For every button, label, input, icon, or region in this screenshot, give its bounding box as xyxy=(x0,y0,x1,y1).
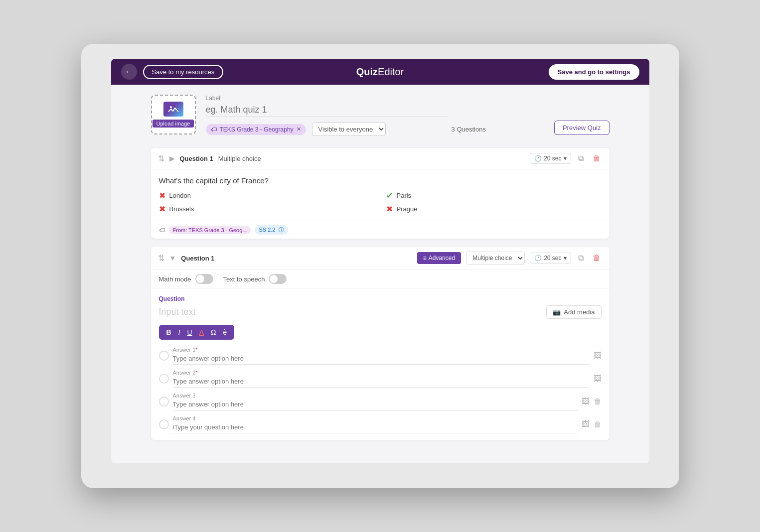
q2-answer-2-row: Answer 2* 🖼 xyxy=(159,370,602,388)
question-card-2: ⇅ ▼ Question 1 ≡ Advanced Multiple choic… xyxy=(151,247,609,440)
q2-answer-3-label: Answer 3 xyxy=(173,393,578,399)
q2-answer-4-check[interactable] xyxy=(159,419,169,429)
image-placeholder-icon xyxy=(163,102,183,117)
app-header: ← Save to my resources QuizEditor Save a… xyxy=(111,59,649,85)
q1-answer-4-text: Prague xyxy=(397,205,418,213)
q2-move-icon[interactable]: ⇅ xyxy=(158,254,164,263)
tts-toggle-item: Text to speech xyxy=(223,274,287,284)
q2-collapse-icon[interactable]: ▼ xyxy=(169,254,176,262)
time-chevron: ▾ xyxy=(564,155,567,162)
omega-button[interactable]: Ω xyxy=(208,327,218,337)
q2-answer-3-image-button[interactable]: 🖼 xyxy=(582,397,590,406)
q1-body: What's the capital city of France? ✖ Lon… xyxy=(151,169,609,221)
visibility-select[interactable]: Visible to everyone Private Shared xyxy=(312,123,386,136)
advanced-label: Advanced xyxy=(429,255,455,262)
preview-quiz-button[interactable]: Preview Quiz xyxy=(554,121,609,135)
q1-type: Multiple choice xyxy=(218,155,261,162)
q2-time-badge[interactable]: 🕐 20 sec ▾ xyxy=(530,253,571,264)
save-resources-button[interactable]: Save to my resources xyxy=(143,65,224,79)
q2-answer-2-image-button[interactable]: 🖼 xyxy=(594,374,602,383)
q1-ss-text: SS 2.2 xyxy=(259,227,275,233)
q2-answer-4-input[interactable] xyxy=(173,421,578,433)
q2-answer-3-row: Answer 3 🖼 🗑 xyxy=(159,393,602,410)
q2-toggles-row: Math mode Text to speech xyxy=(151,270,609,288)
upload-image-box[interactable]: Upload image xyxy=(151,95,196,134)
laptop-frame: ← Save to my resources QuizEditor Save a… xyxy=(81,44,679,488)
math-mode-label: Math mode xyxy=(159,275,191,283)
math-mode-toggle[interactable] xyxy=(195,274,213,284)
screen: ← Save to my resources QuizEditor Save a… xyxy=(111,59,649,463)
q1-header: ⇅ ▶ Question 1 Multiple choice 🕐 20 sec … xyxy=(151,148,609,169)
input-text-placeholder[interactable]: Input text xyxy=(159,307,196,317)
bold-button[interactable]: B xyxy=(164,327,174,337)
correct-icon: ✔ xyxy=(386,191,393,200)
q2-time: 20 sec xyxy=(544,255,561,262)
q2-answers-list: Answer 1* 🖼 Answer 2* 🖼 xyxy=(159,347,602,433)
main-content: Upload image Label 🏷 TEKS Grade 3 - Geog… xyxy=(111,85,649,463)
q1-time-badge[interactable]: 🕐 20 sec ▾ xyxy=(530,153,571,164)
q1-question-text: What's the capital city of France? xyxy=(159,176,602,185)
q1-answer-4: ✖ Prague xyxy=(386,204,602,214)
q2-answer-4-row: Answer 4 🖼 🗑 xyxy=(159,415,602,433)
q2-answer-4-image-button[interactable]: 🖼 xyxy=(582,420,590,429)
svg-point-1 xyxy=(170,106,172,108)
formatting-toolbar: B I U A Ω è xyxy=(159,325,235,340)
q2-answer-1-check[interactable] xyxy=(159,351,169,361)
tag-icon: 🏷 xyxy=(211,126,217,133)
q1-move-icon[interactable]: ⇅ xyxy=(158,154,164,163)
q2-answer-1-image-button[interactable]: 🖼 xyxy=(594,351,602,360)
tts-toggle[interactable] xyxy=(269,274,287,284)
media-icon: 📷 xyxy=(553,308,561,316)
question-section-label: Question xyxy=(159,295,602,302)
q2-copy-button[interactable]: ⧉ xyxy=(576,253,586,264)
q1-answer-2-text: Paris xyxy=(397,192,412,199)
q2-label: Question 1 xyxy=(181,255,214,262)
add-media-label: Add media xyxy=(564,308,595,316)
q2-answer-3-check[interactable] xyxy=(159,397,169,406)
advanced-button[interactable]: ≡ Advanced xyxy=(417,252,461,264)
q1-footer: 🏷 From: TEKS Grade 3 - Geog... SS 2.2 ⓘ xyxy=(151,221,609,239)
q2-answer-2-check[interactable] xyxy=(159,374,169,384)
q2-type-select[interactable]: Multiple choice True/False Open ended xyxy=(466,252,525,265)
tag-close-button[interactable]: ✕ xyxy=(297,126,301,133)
color-button[interactable]: A xyxy=(197,327,206,337)
q2-header: ⇅ ▼ Question 1 ≡ Advanced Multiple choic… xyxy=(151,247,609,270)
italic-button[interactable]: I xyxy=(176,327,183,337)
add-media-button[interactable]: 📷 Add media xyxy=(546,305,601,319)
math-mode-toggle-item: Math mode xyxy=(159,274,213,284)
back-button[interactable]: ← xyxy=(121,64,137,80)
wrong-icon-2: ✖ xyxy=(159,204,165,214)
q1-from-tag: From: TEKS Grade 3 - Geog... xyxy=(169,226,251,234)
advanced-icon: ≡ xyxy=(423,255,427,262)
tag-icon-small: 🏷 xyxy=(159,227,165,234)
questions-count: 3 Questions xyxy=(452,126,486,133)
q1-answer-3-text: Brussels xyxy=(169,205,194,213)
header-left: ← Save to my resources xyxy=(121,64,224,80)
q1-ss-badge: SS 2.2 ⓘ xyxy=(255,225,288,235)
q1-answer-2: ✔ Paris xyxy=(386,191,602,200)
q2-answer-1-label: Answer 1* xyxy=(173,347,590,353)
q2-answer-4-delete-button[interactable]: 🗑 xyxy=(594,420,602,429)
q1-answers: ✖ London ✔ Paris ✖ Brussels ✖ xyxy=(159,191,602,214)
q1-expand-icon[interactable]: ▶ xyxy=(169,154,175,162)
quiz-info: Label 🏷 TEKS Grade 3 - Geography ✕ Visib… xyxy=(206,95,609,136)
special-char-button[interactable]: è xyxy=(220,327,229,337)
q2-answer-3-delete-button[interactable]: 🗑 xyxy=(594,397,602,406)
underline-button[interactable]: U xyxy=(185,327,195,337)
q2-answer-2-input[interactable] xyxy=(173,376,590,388)
quiz-title-input[interactable] xyxy=(206,104,448,117)
teks-tag-badge: 🏷 TEKS Grade 3 - Geography ✕ xyxy=(206,124,306,135)
q2-answer-1-row: Answer 1* 🖼 xyxy=(159,347,602,365)
q2-answer-3-input[interactable] xyxy=(173,399,578,410)
save-settings-button[interactable]: Save and go to settings xyxy=(549,64,639,80)
q2-answer-1-input[interactable] xyxy=(173,353,590,365)
q1-delete-button[interactable]: 🗑 xyxy=(591,153,603,164)
wrong-icon: ✖ xyxy=(159,191,165,200)
q1-copy-button[interactable]: ⧉ xyxy=(576,153,586,164)
q2-delete-button[interactable]: 🗑 xyxy=(591,253,603,264)
quiz-label-text: Label xyxy=(206,95,609,102)
q1-answer-1: ✖ London xyxy=(159,191,374,200)
tag-text: TEKS Grade 3 - Geography xyxy=(220,126,294,133)
title-quiz: Quiz xyxy=(356,66,378,77)
ss-info-icon: ⓘ xyxy=(279,227,284,233)
